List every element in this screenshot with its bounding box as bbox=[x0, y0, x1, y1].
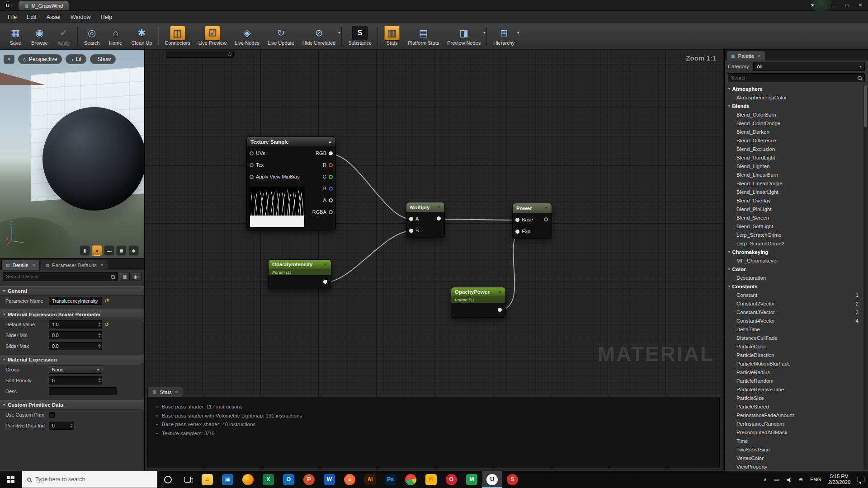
view-options-button[interactable]: ◉▾ bbox=[132, 272, 142, 281]
palette-item[interactable]: Blend_HardLight bbox=[725, 153, 863, 162]
palette-tab[interactable]: ▦ Palette ✕ bbox=[726, 51, 765, 61]
palette-item[interactable]: Constant3Vector 3 bbox=[725, 308, 863, 316]
group-dropdown[interactable]: None ▾ bbox=[49, 366, 102, 374]
details-tab[interactable]: ▤ Parameter Defaults ✕ bbox=[41, 260, 108, 270]
desc-field[interactable] bbox=[49, 387, 117, 395]
palette-item[interactable]: VertexColor bbox=[725, 454, 863, 462]
output-pin[interactable] bbox=[544, 217, 548, 221]
menu-item[interactable]: Edit bbox=[22, 12, 42, 22]
input-pin[interactable] bbox=[515, 218, 519, 222]
network-icon[interactable]: ⊕ bbox=[795, 471, 807, 488]
primitive-data-index-field[interactable]: 0 bbox=[49, 422, 74, 430]
preview-viewport[interactable]: ▾ ◇ Perspective ◑ Lit Show bbox=[0, 50, 144, 258]
output-pin[interactable] bbox=[329, 210, 333, 214]
close-icon[interactable]: ✕ bbox=[100, 263, 104, 267]
excel-icon[interactable]: X bbox=[258, 471, 278, 488]
photoshop-icon[interactable]: Ps bbox=[380, 471, 401, 488]
palette-item[interactable]: Lerp_ScratchGrime2 bbox=[725, 239, 863, 248]
output-pin[interactable] bbox=[329, 187, 333, 191]
section-header[interactable]: ▾ General bbox=[0, 286, 144, 296]
viewport-mode-button[interactable]: Show bbox=[90, 54, 116, 64]
input-pin[interactable] bbox=[250, 175, 254, 179]
hide-unrelated-toggle[interactable]: ⊘ ▾ Hide Unrelated bbox=[298, 25, 340, 48]
output-pin[interactable] bbox=[329, 198, 333, 202]
section-header[interactable]: ▾ Material Expression Scalar Parameter bbox=[0, 310, 144, 319]
palette-item[interactable]: ParticleRelativeTime bbox=[725, 385, 863, 394]
minimize-button[interactable]: — bbox=[826, 0, 840, 10]
live-nodes-toggle[interactable]: ◈ ▾ Live Nodes bbox=[231, 25, 264, 48]
language-indicator[interactable]: ENG bbox=[807, 471, 825, 488]
close-icon[interactable]: ✕ bbox=[32, 263, 36, 267]
palette-item[interactable]: DistanceCullFade bbox=[725, 333, 863, 342]
numeric-field[interactable]: 1.0 bbox=[49, 320, 102, 328]
palette-item[interactable]: Blend_ColorBurn bbox=[725, 110, 863, 119]
save-button[interactable]: ▦ ▾ Save bbox=[4, 25, 27, 48]
teapot-preview-button[interactable]: ◆ bbox=[128, 245, 139, 256]
collapse-icon[interactable]: ▼ bbox=[544, 206, 548, 210]
tray-chevron-icon[interactable]: ∧ bbox=[760, 471, 770, 488]
input-pin[interactable] bbox=[250, 163, 254, 167]
palette-item[interactable]: ParticleRadius bbox=[725, 368, 863, 376]
palette-item[interactable]: ▾ Chromakeying bbox=[725, 248, 863, 256]
connectors-toggle[interactable]: ◫ ▾ Connectors bbox=[160, 25, 194, 48]
collapse-icon[interactable]: ▼ bbox=[324, 263, 327, 267]
palette-item[interactable]: ParticleColor bbox=[725, 342, 863, 351]
palette-item[interactable]: ▾ Constants bbox=[725, 282, 863, 291]
details-tab[interactable]: ▤ Details ✕ bbox=[1, 260, 40, 270]
sticky-notes-icon[interactable]: ▤ bbox=[421, 471, 441, 488]
start-button[interactable] bbox=[0, 471, 22, 488]
scrollbar-thumb[interactable] bbox=[864, 85, 867, 127]
spinner-icon[interactable] bbox=[98, 322, 101, 327]
node-opacity-intensity[interactable]: OpacityIntensity ▼ Param (1) bbox=[268, 259, 331, 289]
output-pin[interactable] bbox=[437, 216, 441, 221]
palette-item[interactable]: ParticleSpeed bbox=[725, 402, 863, 411]
search-details-input[interactable]: Search Details bbox=[3, 272, 118, 281]
unreal-logo-icon[interactable]: U bbox=[4, 1, 12, 9]
output-pin[interactable] bbox=[329, 175, 333, 179]
preview-nodes-button[interactable]: ◨ ▾ Preview Nodes bbox=[443, 25, 485, 48]
reset-to-default-icon[interactable]: ↺ bbox=[104, 321, 109, 328]
live-update-toggle[interactable]: ↻ ▾ Live Update bbox=[264, 25, 298, 48]
category-dropdown[interactable]: All ▾ bbox=[753, 62, 865, 71]
action-center-button[interactable] bbox=[854, 471, 868, 488]
stats-tab[interactable]: ▥ Stats ✕ bbox=[147, 387, 183, 397]
spinner-icon[interactable] bbox=[98, 378, 101, 383]
firefox-icon[interactable] bbox=[238, 471, 258, 488]
palette-item[interactable]: Blend_LinearBurn bbox=[725, 170, 863, 179]
use-custom-prim-checkbox[interactable] bbox=[49, 412, 55, 418]
clean-up-button[interactable]: ✱ ▾ Clean Up bbox=[127, 25, 156, 48]
file-explorer-icon[interactable]: ▱ bbox=[197, 471, 217, 488]
viewport-options-button[interactable]: ▾ bbox=[4, 55, 14, 64]
cube-preview-button[interactable]: ◼ bbox=[116, 245, 127, 256]
home-button[interactable]: ⌂ ▾ Home bbox=[104, 25, 127, 48]
palette-item[interactable]: ParticleMotionBlurFade bbox=[725, 359, 863, 368]
palette-item[interactable]: Constant4Vector 4 bbox=[725, 316, 863, 325]
input-pin[interactable] bbox=[409, 229, 413, 233]
cylinder-preview-button[interactable]: ▮ bbox=[80, 245, 90, 256]
platform-stats-button[interactable]: ▤ ▾ Platform Stats bbox=[404, 25, 443, 48]
menu-item[interactable]: File bbox=[3, 12, 22, 22]
palette-item[interactable]: ▾ Atmosphere bbox=[725, 84, 863, 93]
viewport-mode-button[interactable]: ◑ Lit bbox=[66, 54, 86, 64]
palette-item[interactable]: PerInstanceRandom bbox=[725, 419, 863, 428]
output-pin[interactable] bbox=[323, 280, 327, 284]
viewport-mode-button[interactable]: ◇ Perspective bbox=[18, 54, 62, 64]
display-icon[interactable]: ▭ bbox=[770, 471, 782, 488]
node-opacity-power[interactable]: OpacityPower ▼ Param (1) bbox=[451, 287, 506, 318]
browse-button[interactable]: ◉ ▾ Browse bbox=[27, 25, 52, 48]
output-pin[interactable] bbox=[329, 151, 333, 155]
palette-item[interactable]: ▾ Color bbox=[725, 265, 863, 273]
node-multiply[interactable]: Multiply ▼ A B bbox=[406, 202, 445, 238]
unreal-engine-icon[interactable]: U bbox=[482, 471, 502, 488]
illustrator-icon[interactable]: Ai bbox=[360, 471, 380, 488]
output-pin[interactable] bbox=[498, 308, 502, 312]
app-s-icon[interactable]: S bbox=[502, 471, 523, 488]
node-texture-sample[interactable]: Texture Sample ▲ UVs Tex Apply View MipB… bbox=[246, 136, 336, 230]
clock[interactable]: 5:15 PM 2/23/2020 bbox=[825, 471, 854, 488]
palette-scrollbar[interactable] bbox=[863, 84, 868, 470]
close-icon[interactable]: ✕ bbox=[757, 54, 761, 58]
graph-tab-pill[interactable] bbox=[166, 51, 234, 58]
palette-item[interactable]: Constant 1 bbox=[725, 291, 863, 299]
cortana-button[interactable] bbox=[157, 476, 178, 483]
outlook-icon[interactable]: O bbox=[278, 471, 299, 488]
